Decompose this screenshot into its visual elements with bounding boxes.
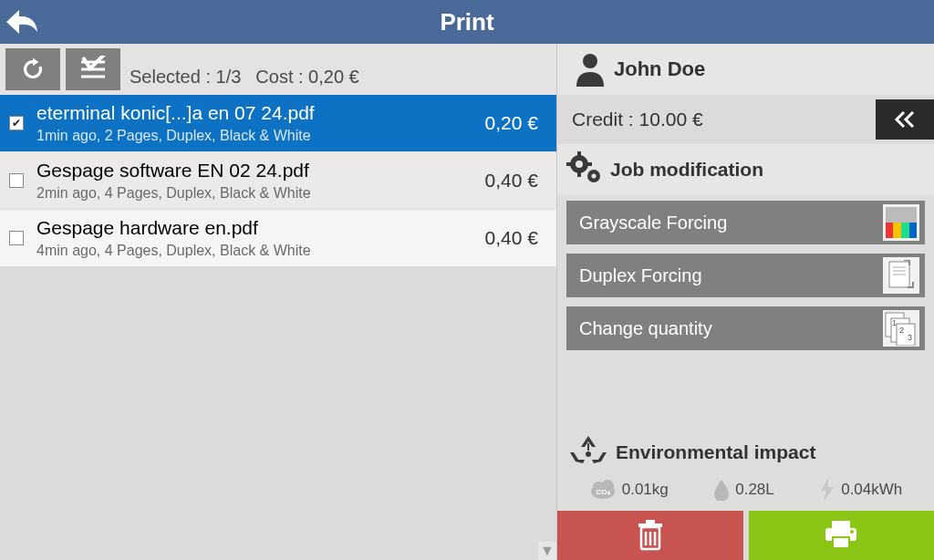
page-count-icon: 123 xyxy=(883,310,919,347)
svg-rect-28 xyxy=(587,443,589,451)
svg-point-3 xyxy=(583,54,597,68)
job-checkbox[interactable]: ✔ xyxy=(9,116,24,130)
mod-button-label: Change quantity xyxy=(579,318,712,339)
page-title: Print xyxy=(0,8,934,36)
mod-button-label: Duplex Forcing xyxy=(579,265,702,286)
env-co2: CO₂ 0.01kg xyxy=(589,480,669,500)
svg-rect-6 xyxy=(577,151,581,157)
job-name: eterminal konic[...]a en 07 24.pdf xyxy=(36,102,485,124)
job-name: Gespage hardware en.pdf xyxy=(36,217,485,239)
job-name: Gespage software EN 02 24.pdf xyxy=(36,160,485,181)
grayscale-forcing-button[interactable]: Grayscale Forcing xyxy=(566,201,925,244)
environmental-heading: Environmental impact xyxy=(616,441,815,463)
job-list: ✔eterminal konic[...]a en 07 24.pdf1min … xyxy=(0,95,556,267)
env-power-value: 0.04kWh xyxy=(841,481,902,499)
env-co2-value: 0.01kg xyxy=(622,481,669,499)
recycle-icon xyxy=(570,434,607,471)
job-meta: 2min ago, 4 Pages, Duplex, Black & White xyxy=(36,185,485,202)
svg-rect-8 xyxy=(566,162,572,166)
delete-button[interactable] xyxy=(557,511,743,560)
user-icon xyxy=(572,52,608,87)
select-all-button[interactable] xyxy=(66,48,120,90)
app-header: Print xyxy=(0,0,934,44)
printer-icon xyxy=(824,521,858,550)
svg-rect-37 xyxy=(638,524,662,527)
svg-rect-41 xyxy=(833,537,849,548)
job-checkbox[interactable] xyxy=(9,231,24,245)
right-spacer xyxy=(557,356,934,425)
back-arrow-icon xyxy=(5,6,39,37)
job-row[interactable]: Gespage hardware en.pdf4min ago, 4 Pages… xyxy=(0,210,556,267)
scroll-down-button[interactable]: ▼ xyxy=(538,542,556,560)
svg-rect-14 xyxy=(893,223,901,238)
svg-point-42 xyxy=(850,530,854,534)
svg-rect-7 xyxy=(577,171,581,177)
mod-button-label: Grayscale Forcing xyxy=(579,213,727,233)
env-power: 0.04kWh xyxy=(819,478,902,502)
svg-rect-38 xyxy=(646,520,655,524)
user-bar: John Doe xyxy=(557,44,934,95)
job-modification-buttons: Grayscale ForcingDuplex ForcingChange qu… xyxy=(557,195,934,356)
env-water: 0.28L xyxy=(713,479,774,501)
environmental-metrics: CO₂ 0.01kg 0.28L 0.04kWh xyxy=(557,474,934,511)
svg-rect-16 xyxy=(909,223,917,238)
change-quantity-button[interactable]: Change quantity123 xyxy=(566,306,925,350)
duplex-page-icon xyxy=(883,257,919,294)
print-button[interactable] xyxy=(749,511,935,560)
job-list-container: ▲ ✔eterminal konic[...]a en 07 24.pdf1mi… xyxy=(0,95,556,560)
refresh-button[interactable] xyxy=(5,48,60,90)
collapse-panel-button[interactable] xyxy=(876,99,934,140)
svg-rect-9 xyxy=(586,162,592,166)
action-row xyxy=(557,511,934,560)
refresh-icon xyxy=(19,56,47,83)
trash-icon xyxy=(636,520,665,551)
environmental-header: Environmental impact xyxy=(557,425,934,474)
checklist-icon xyxy=(78,56,109,83)
svg-rect-15 xyxy=(901,223,909,238)
cost-label: Cost : 0,20 € xyxy=(255,67,358,91)
job-row[interactable]: ✔eterminal konic[...]a en 07 24.pdf1min … xyxy=(0,95,556,152)
svg-text:3: 3 xyxy=(908,333,912,342)
svg-point-11 xyxy=(592,174,597,179)
lightning-icon xyxy=(819,478,835,502)
selected-count-label: Selected : 1/3 xyxy=(130,67,241,91)
job-toolbar: Selected : 1/3 Cost : 0,20 € xyxy=(0,44,556,95)
right-column: John Doe Credit : 10.00 € xyxy=(556,44,934,560)
job-price: 0,40 € xyxy=(485,170,538,192)
credit-label: Credit : 10.00 € xyxy=(572,109,703,130)
svg-rect-12 xyxy=(886,207,917,223)
water-drop-icon xyxy=(713,479,730,501)
job-meta: 4min ago, 4 Pages, Duplex, Black & White xyxy=(36,243,485,259)
gears-icon xyxy=(566,151,603,188)
svg-rect-13 xyxy=(886,223,893,238)
svg-rect-39 xyxy=(832,521,850,528)
svg-text:CO₂: CO₂ xyxy=(596,488,609,496)
duplex-forcing-button[interactable]: Duplex Forcing xyxy=(566,254,925,297)
job-modification-header: Job modification xyxy=(557,144,934,195)
job-row[interactable]: Gespage software EN 02 24.pdf2min ago, 4… xyxy=(0,152,556,210)
svg-point-5 xyxy=(576,161,583,168)
double-chevron-left-icon xyxy=(891,110,918,129)
job-meta: 1min ago, 2 Pages, Duplex, Black & White xyxy=(36,128,485,144)
job-price: 0,40 € xyxy=(485,227,538,249)
cloud-co2-icon: CO₂ xyxy=(589,480,617,500)
svg-point-27 xyxy=(586,451,591,457)
env-water-value: 0.28L xyxy=(735,481,774,499)
job-checkbox[interactable] xyxy=(9,173,24,188)
credit-row: Credit : 10.00 € xyxy=(557,95,934,144)
svg-text:1: 1 xyxy=(892,318,897,327)
color-swatch-icon xyxy=(883,204,919,241)
svg-text:2: 2 xyxy=(899,326,904,335)
back-button[interactable] xyxy=(0,0,44,44)
user-name: John Doe xyxy=(614,57,705,81)
job-price: 0,20 € xyxy=(485,112,538,134)
left-column: Selected : 1/3 Cost : 0,20 € ▲ ✔etermina… xyxy=(0,44,556,560)
job-modification-heading: Job modification xyxy=(610,159,763,181)
